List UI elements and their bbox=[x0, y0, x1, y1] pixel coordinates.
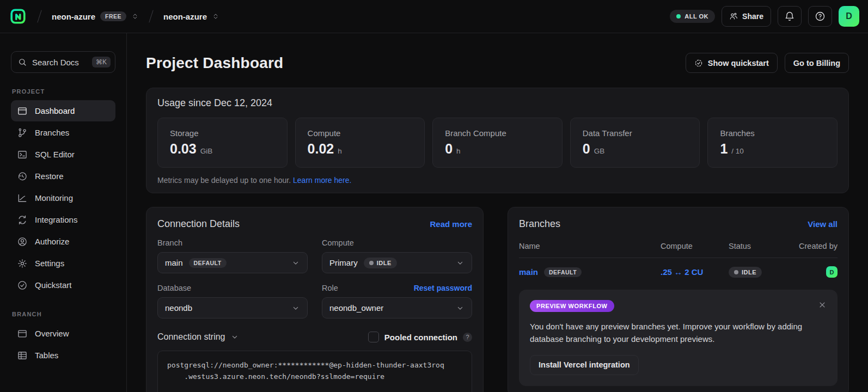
read-more-link[interactable]: Read more bbox=[430, 219, 472, 229]
sidebar-item-tables[interactable]: Tables bbox=[11, 345, 115, 366]
creator-avatar[interactable]: D bbox=[826, 266, 838, 278]
branches-table-header: Name Compute Status Created by bbox=[519, 242, 838, 258]
help-button[interactable] bbox=[808, 6, 832, 27]
view-all-link[interactable]: View all bbox=[808, 219, 838, 229]
sidebar-item-authorize[interactable]: Authorize bbox=[11, 231, 115, 252]
git-branch-icon bbox=[17, 127, 28, 138]
learn-more-link[interactable]: Learn more here. bbox=[293, 176, 351, 185]
stat-compute: Compute 0.02h bbox=[295, 118, 425, 168]
pooled-connection-checkbox[interactable] bbox=[368, 332, 379, 342]
sidebar-item-settings[interactable]: Settings bbox=[11, 253, 115, 274]
breadcrumb-divider bbox=[37, 10, 41, 22]
bell-icon bbox=[784, 11, 795, 22]
terminal-icon bbox=[17, 149, 28, 160]
share-button[interactable]: Share bbox=[722, 6, 771, 27]
branch-status-pill: IDLE bbox=[729, 267, 762, 278]
preview-workflow-pill: PREVIEW WORKFLOW bbox=[530, 300, 614, 312]
database-select[interactable]: neondb bbox=[157, 297, 308, 318]
sidebar-item-quickstart[interactable]: Quickstart bbox=[11, 274, 115, 296]
dashed-check-circle-icon bbox=[694, 59, 703, 68]
branch-select-value: main bbox=[165, 258, 183, 267]
close-icon[interactable] bbox=[818, 301, 827, 311]
neon-logo[interactable] bbox=[8, 6, 28, 27]
chevron-down-icon bbox=[230, 333, 239, 341]
status-dot-icon bbox=[676, 14, 681, 19]
stat-unit: GB bbox=[594, 147, 605, 155]
people-icon bbox=[729, 12, 738, 21]
column-status: Status bbox=[729, 242, 786, 250]
banner-text: You don't have any preview branches yet.… bbox=[530, 320, 818, 346]
default-badge: DEFAULT bbox=[544, 267, 582, 277]
sidebar-item-overview[interactable]: Overview bbox=[11, 323, 115, 344]
role-field: Role Reset password neondb_owner bbox=[322, 284, 472, 318]
sidebar-item-label: Integrations bbox=[35, 215, 77, 224]
neon-logo-icon bbox=[10, 8, 26, 24]
notifications-button[interactable] bbox=[778, 6, 802, 27]
compute-field: Compute Primary IDLE bbox=[322, 238, 472, 273]
sidebar-item-branches[interactable]: Branches bbox=[11, 122, 115, 143]
connection-details-title: Connection Details bbox=[157, 218, 240, 230]
workflow-arrows-icon bbox=[17, 215, 28, 225]
sidebar-item-dashboard[interactable]: Dashboard bbox=[11, 100, 115, 121]
metrics-note: Metrics may be delayed up to one hour. L… bbox=[157, 176, 838, 185]
column-created-by: Created by bbox=[786, 242, 838, 250]
table-row: main DEFAULT .25 ↔ 2 CU IDLE D bbox=[519, 258, 838, 285]
chevron-updown-icon bbox=[131, 13, 139, 20]
branch-compute-value: .25 ↔ 2 CU bbox=[661, 267, 729, 277]
question-circle-icon bbox=[815, 11, 826, 22]
connection-details-card: Connection Details Read more Branch main… bbox=[146, 207, 484, 392]
database-select-value: neondb bbox=[165, 303, 192, 313]
help-tooltip-icon[interactable]: ? bbox=[463, 333, 472, 342]
sidebar-item-integrations[interactable]: Integrations bbox=[11, 209, 115, 230]
sidebar-item-label: Restore bbox=[35, 171, 64, 181]
pooled-connection-toggle[interactable]: Pooled connection ? bbox=[368, 332, 472, 342]
metrics-note-text: Metrics may be delayed up to one hour. bbox=[157, 176, 291, 185]
stat-storage: Storage 0.03GiB bbox=[157, 118, 288, 168]
stat-unit: GiB bbox=[200, 147, 213, 155]
sidebar-item-monitoring[interactable]: Monitoring bbox=[11, 187, 115, 209]
breadcrumb-project-selector[interactable]: neon-azure FREE bbox=[51, 9, 140, 23]
sidebar-item-label: Tables bbox=[35, 351, 58, 360]
project-name: neon-azure bbox=[52, 12, 95, 21]
column-compute: Compute bbox=[661, 242, 729, 250]
go-to-billing-button[interactable]: Go to Billing bbox=[785, 53, 849, 73]
stat-value: 1 bbox=[720, 141, 728, 157]
install-vercel-integration-button[interactable]: Install Vercel integration bbox=[530, 355, 639, 375]
sidebar-item-label: Monitoring bbox=[35, 193, 73, 203]
compute-status-label: IDLE bbox=[377, 260, 392, 266]
search-docs-input[interactable]: Search Docs ⌘K bbox=[11, 51, 115, 73]
user-avatar[interactable]: D bbox=[839, 6, 859, 27]
reset-password-link[interactable]: Reset password bbox=[414, 284, 472, 292]
user-circle-icon bbox=[17, 236, 28, 247]
compute-field-label: Compute bbox=[322, 238, 354, 247]
role-select[interactable]: neondb_owner bbox=[322, 297, 472, 318]
show-quickstart-button[interactable]: Show quickstart bbox=[686, 53, 778, 73]
stat-label: Branches bbox=[720, 128, 825, 138]
sidebar-item-label: Quickstart bbox=[35, 280, 72, 290]
topbar-actions: ALL OK Share D bbox=[670, 6, 859, 27]
stat-unit: h bbox=[456, 147, 461, 155]
connection-string-label: Connection string bbox=[157, 332, 225, 342]
search-placeholder: Search Docs bbox=[32, 58, 87, 67]
stat-label: Compute bbox=[308, 128, 413, 138]
status-label: ALL OK bbox=[684, 13, 708, 20]
compute-select[interactable]: Primary IDLE bbox=[322, 252, 472, 273]
system-status-pill[interactable]: ALL OK bbox=[670, 10, 715, 23]
gear-icon bbox=[17, 258, 28, 269]
sidebar-item-sql-editor[interactable]: SQL Editor bbox=[11, 144, 115, 165]
sidebar-item-label: Overview bbox=[35, 329, 69, 338]
sidebar-item-label: Settings bbox=[35, 259, 64, 268]
connection-string-value[interactable]: postgresql://neondb_owner:************@e… bbox=[157, 351, 472, 392]
window-icon bbox=[17, 106, 28, 117]
stat-unit: h bbox=[338, 147, 342, 155]
sidebar: Search Docs ⌘K PROJECT Dashboard Branche… bbox=[0, 33, 127, 392]
show-quickstart-label: Show quickstart bbox=[708, 59, 769, 68]
sidebar-item-restore[interactable]: Restore bbox=[11, 166, 115, 187]
stat-data-transfer: Data Transfer 0GB bbox=[570, 118, 700, 168]
stat-label: Data Transfer bbox=[583, 128, 688, 138]
breadcrumb-branch-selector[interactable]: neon-azure bbox=[162, 10, 221, 23]
branch-select[interactable]: main DEFAULT bbox=[157, 252, 308, 273]
chevron-updown-icon bbox=[212, 13, 219, 20]
branch-main-link[interactable]: main bbox=[519, 267, 538, 277]
connection-string-dropdown[interactable]: Connection string bbox=[157, 332, 239, 342]
